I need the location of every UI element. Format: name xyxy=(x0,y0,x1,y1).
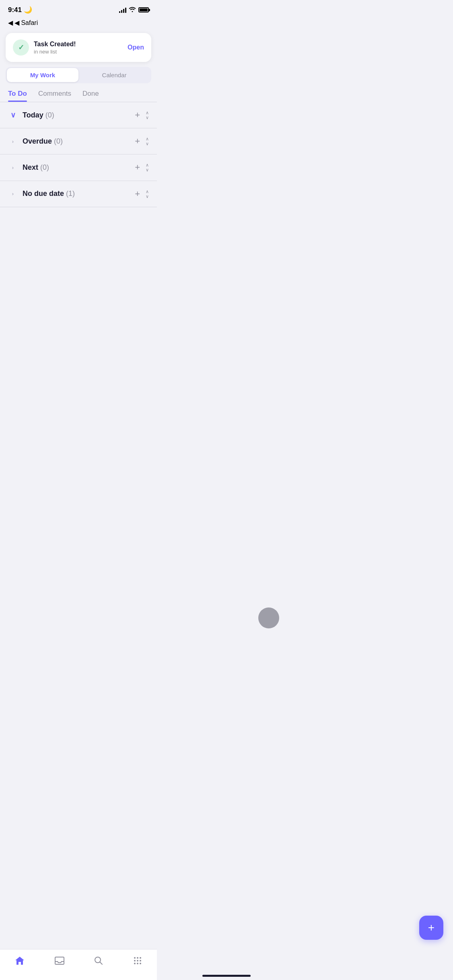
overdue-chevron-icon: › xyxy=(8,136,18,146)
today-chevron-icon: ∨ xyxy=(8,110,18,120)
notif-title: Task Created! xyxy=(34,41,124,48)
next-add-button[interactable]: + xyxy=(135,163,140,172)
safari-back-area: ◀ ◀ Safari xyxy=(0,17,157,30)
no-due-date-chevron-icon: › xyxy=(8,189,18,199)
status-time: 9:41 🌙 xyxy=(8,6,32,14)
tab-done[interactable]: Done xyxy=(82,90,99,102)
section-overdue[interactable]: › Overdue (0) + ∧ ∨ xyxy=(0,128,157,154)
time-label: 9:41 xyxy=(8,6,22,14)
section-no-due-date[interactable]: › No due date (1) + ∧ ∨ xyxy=(0,181,157,207)
back-chevron-icon: ◀ xyxy=(8,19,13,27)
safari-back-button[interactable]: ◀ ◀ Safari xyxy=(8,19,149,27)
no-due-date-title: No due date (1) xyxy=(23,189,135,198)
tab-calendar-label: Calendar xyxy=(102,72,127,78)
tab-todo[interactable]: To Do xyxy=(8,90,27,102)
tab-done-label: Done xyxy=(82,90,99,97)
today-actions: + ∧ ∨ xyxy=(135,110,149,120)
overdue-sort-button[interactable]: ∧ ∨ xyxy=(146,136,149,146)
notif-check-icon: ✓ xyxy=(13,39,29,56)
today-title: Today (0) xyxy=(23,111,135,119)
check-symbol: ✓ xyxy=(18,43,24,52)
next-title: Next (0) xyxy=(23,163,135,172)
next-actions: + ∧ ∨ xyxy=(135,163,149,172)
notif-open-button[interactable]: Open xyxy=(128,44,144,51)
wifi-icon xyxy=(129,6,136,13)
next-chevron-icon: › xyxy=(8,163,18,172)
tab-comments[interactable]: Comments xyxy=(38,90,71,102)
tab-calendar[interactable]: Calendar xyxy=(78,68,150,82)
no-due-date-actions: + ∧ ∨ xyxy=(135,189,149,199)
tab-todo-label: To Do xyxy=(8,90,27,97)
status-bar: 9:41 🌙 xyxy=(0,0,157,17)
today-sort-button[interactable]: ∧ ∨ xyxy=(146,110,149,120)
tab-comments-label: Comments xyxy=(38,90,71,97)
sub-tabs: To Do Comments Done xyxy=(0,83,157,102)
next-sort-button[interactable]: ∧ ∨ xyxy=(146,163,149,172)
notif-text-area: Task Created! in new list xyxy=(34,41,124,55)
signal-bars-icon xyxy=(119,7,126,13)
content-area: ∨ Today (0) + ∧ ∨ › Overdue (0) + ∧ ∨ xyxy=(0,102,157,207)
notification-banner: ✓ Task Created! in new list Open xyxy=(6,33,151,62)
section-today[interactable]: ∨ Today (0) + ∧ ∨ xyxy=(0,102,157,128)
status-icons xyxy=(119,6,149,13)
notif-subtitle: in new list xyxy=(34,49,124,55)
battery-icon xyxy=(138,7,149,12)
today-add-button[interactable]: + xyxy=(135,111,140,119)
section-next[interactable]: › Next (0) + ∧ ∨ xyxy=(0,154,157,180)
divider-no-due-date xyxy=(0,207,157,207)
moon-icon: 🌙 xyxy=(24,6,32,14)
main-tabs: My Work Calendar xyxy=(6,67,151,83)
tab-my-work[interactable]: My Work xyxy=(7,68,78,82)
overdue-title: Overdue (0) xyxy=(23,137,135,146)
safari-back-label: ◀ Safari xyxy=(14,19,38,27)
no-due-date-add-button[interactable]: + xyxy=(135,189,140,198)
overdue-actions: + ∧ ∨ xyxy=(135,136,149,146)
tab-my-work-label: My Work xyxy=(30,72,55,78)
overdue-add-button[interactable]: + xyxy=(135,137,140,146)
no-due-date-sort-button[interactable]: ∧ ∨ xyxy=(146,189,149,199)
